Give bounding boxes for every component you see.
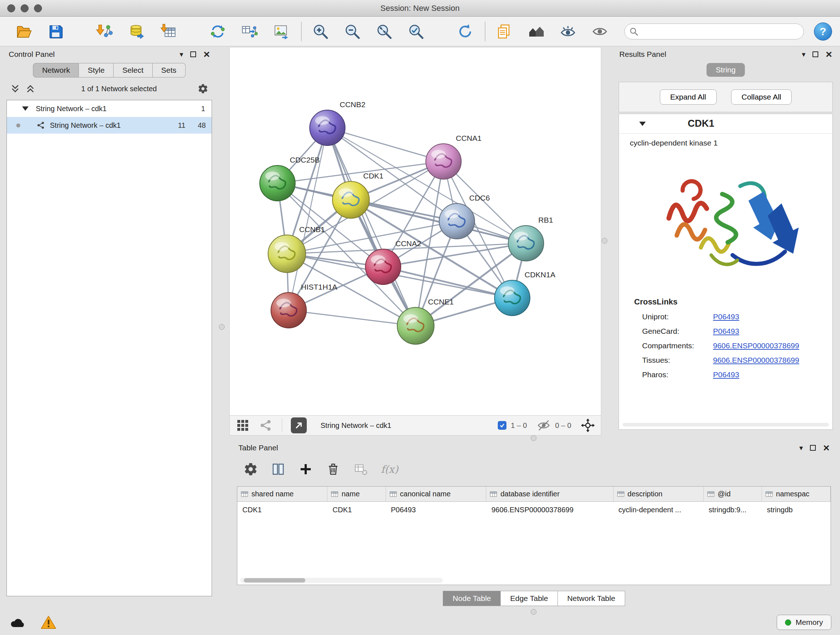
function-builder-button[interactable]: f(x) [381,463,398,475]
network-edge[interactable] [327,128,444,162]
import-network-button[interactable] [94,20,116,43]
expand-all-icon[interactable] [25,84,35,94]
clear-table-icon[interactable] [354,462,368,477]
current-network-dot [16,124,20,127]
tab-string[interactable]: String [706,63,745,77]
hidden-eye-slash-icon[interactable] [537,418,551,432]
column-header[interactable]: description [614,486,704,502]
cloud-icon[interactable] [9,616,26,629]
column-header[interactable]: @id [704,486,762,502]
network-edge[interactable] [327,128,416,326]
delete-column-icon[interactable] [326,462,340,477]
pharos-link[interactable]: P06493 [713,371,739,379]
compartments-link[interactable]: 9606.ENSP00000378699 [713,341,799,350]
import-table-button[interactable] [158,20,180,43]
network-node-CDK1[interactable]: CDK1 [332,172,384,218]
table-cell[interactable]: CDK1 [237,502,327,518]
right-splitter-handle[interactable] [602,238,607,244]
table-cell[interactable]: P06493 [386,502,486,518]
network-node-RB1[interactable]: RB1 [508,216,553,261]
table-cell[interactable]: CDK1 [327,502,386,518]
birdseye-view-button[interactable] [291,417,307,433]
zoom-in-button[interactable] [309,20,332,43]
network-node-CCNB1[interactable]: CCNB1 [268,225,325,272]
detach-view-icon[interactable] [259,418,273,432]
network-node-CCNA1[interactable]: CCNA1 [426,134,482,179]
selected-checkbox-icon[interactable] [498,421,507,430]
tab-select[interactable]: Select [114,63,152,78]
table-cell[interactable]: cyclin-dependent ... [614,502,704,518]
grid-view-icon[interactable] [235,418,250,432]
table-options-gear-icon[interactable] [243,462,258,477]
import-network-from-database-button[interactable] [126,20,148,43]
tab-network-table[interactable]: Network Table [558,591,625,606]
show-columns-icon[interactable] [271,462,286,477]
tab-style[interactable]: Style [79,63,114,78]
float-panel-icon[interactable]: ▾ [799,443,803,452]
disclosure-triangle-icon[interactable] [22,106,28,111]
tab-network[interactable]: Network [33,63,79,78]
network-options-gear-icon[interactable] [197,83,208,94]
network-canvas[interactable]: CCNB2CCNA1CDC25BCDK1CDC6RB1CCNB1CCNA2CDK… [230,48,601,415]
tab-edge-table[interactable]: Edge Table [501,591,558,606]
collapse-all-button[interactable]: Collapse All [731,89,792,105]
pan-crosshair-icon[interactable] [581,418,595,432]
zoom-out-button[interactable] [341,20,363,43]
zoom-selected-button[interactable] [405,20,427,43]
zoom-fit-button[interactable] [373,20,395,43]
disclosure-triangle-icon[interactable] [639,122,646,126]
table-cell[interactable]: stringdb [762,502,831,518]
column-header[interactable]: canonical name [386,486,486,502]
maximize-panel-icon[interactable] [810,445,816,451]
horizontal-splitter-handle[interactable] [531,435,537,441]
table-row[interactable]: CDK1CDK1P064939606.ENSP00000378699cyclin… [237,502,831,518]
entry-header[interactable]: CDK1 [619,114,832,134]
maximize-panel-icon[interactable] [813,51,818,57]
home-networks-button[interactable] [525,20,547,43]
network-node-CCNB2[interactable]: CCNB2 [309,100,365,146]
network-row[interactable]: String Network – cdk1 11 48 [7,117,212,134]
horizontal-scrollbar[interactable] [240,578,443,583]
export-image-button[interactable] [271,20,292,43]
float-panel-icon[interactable]: ▾ [180,50,183,59]
memory-button[interactable]: Memory [777,615,831,630]
uniprot-link[interactable]: P06493 [713,312,739,321]
column-header[interactable]: shared name [237,486,327,502]
column-header[interactable]: namespac [762,486,831,502]
collapse-all-icon[interactable] [10,84,20,94]
search-input[interactable] [624,24,804,40]
expand-all-button[interactable]: Expand All [660,89,717,105]
show-hide-button[interactable] [589,20,611,43]
column-header[interactable]: name [327,486,386,502]
scrollbar-thumb[interactable] [244,578,305,583]
save-session-button[interactable] [45,20,66,43]
network-node-HIST1H1A[interactable]: HIST1H1A [271,283,337,328]
open-session-button[interactable] [13,20,35,43]
maximize-panel-icon[interactable] [190,51,196,57]
string-eye-button[interactable] [557,20,579,43]
tissues-link[interactable]: 9606.ENSP00000378699 [713,356,799,364]
tab-node-table[interactable]: Node Table [443,591,501,606]
genecard-link[interactable]: P06493 [713,327,739,336]
table-cell[interactable]: 9606.ENSP00000378699 [486,502,613,518]
close-panel-icon[interactable]: × [826,51,832,57]
horizontal-scrollbar[interactable] [622,423,829,426]
warning-icon[interactable] [41,615,57,630]
close-panel-icon[interactable]: × [203,51,210,57]
close-panel-icon[interactable]: × [823,445,829,451]
copy-button[interactable] [493,20,515,43]
network-node-CDKN1A[interactable]: CDKN1A [494,271,555,316]
refresh-button[interactable] [454,20,476,43]
left-splitter-handle[interactable] [219,324,225,330]
network-from-table-button[interactable] [239,20,261,43]
tab-sets[interactable]: Sets [153,63,186,78]
crosslink-row: Tissues: 9606.ENSP00000378699 [642,356,832,364]
network-collection-row[interactable]: String Network – cdk1 1 [7,100,212,117]
add-column-icon[interactable] [298,462,313,477]
network-edge[interactable] [289,310,416,326]
table-cell[interactable]: stringdb:9... [704,502,762,518]
float-panel-icon[interactable]: ▾ [802,50,805,59]
clone-network-button[interactable] [207,20,229,43]
column-header[interactable]: database identifier [486,486,613,502]
help-button[interactable]: ? [814,22,832,41]
